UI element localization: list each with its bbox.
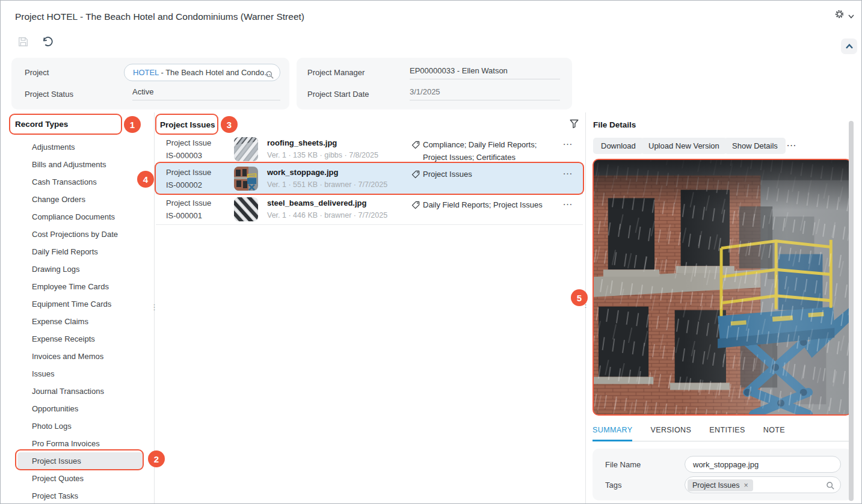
file-row-roofing-sheets[interactable]: Project Issue IS-000003 roofing_sheets.j… [156,135,583,163]
tags-label: Tags [605,481,621,490]
row-divider [156,224,583,225]
sidebar-item-photo-logs[interactable]: Photo Logs [1,417,152,435]
tag-chip: Project Issues× [688,479,753,491]
project-code-link[interactable]: HOTEL [133,68,159,77]
tag-icon [411,200,420,213]
callout-badge-3: 3 [221,116,238,133]
tab-note[interactable]: NOTE [763,426,785,441]
upload-new-version-button[interactable]: Upload New Version [641,138,727,154]
file-summary-card: File Name Tags Project Issues× [593,449,852,500]
sidebar-item-cash-transactions[interactable]: Cash Transactions [1,173,152,191]
save-icon [18,37,28,47]
sidebar-item-project-quotes[interactable]: Project Quotes [1,470,152,487]
row-file-meta: Ver. 1 · 135 KB · gibbs · 7/8/2025 [267,151,378,159]
row-tags: Daily Field Reports; Project Issues [411,198,563,211]
callout-badge-2: 2 [148,450,165,467]
row-file-name: work_stoppage.jpg [267,168,338,177]
tags-magnifier-icon[interactable] [826,481,835,492]
row-tags: Project Issues [411,168,563,180]
row-record-type: Project Issue [166,138,211,147]
project-manager-label: Project Manager [307,68,365,77]
collapse-panel-button[interactable] [841,38,857,54]
row-record-type: Project Issue [166,168,211,177]
sidebar-item-journal-transactions[interactable]: Journal Transactions [1,383,152,400]
settings-chevron-down-icon[interactable] [848,12,855,18]
file-row-work-stoppage[interactable]: Project Issue IS-000002 work_stoppage.jp… [156,163,583,194]
project-window: Project HOTEL - The Beach Hotel and Cond… [0,0,862,504]
lookup-magnifier-icon[interactable] [265,69,274,81]
vertical-scrollbar[interactable] [849,121,854,501]
sidebar-item-daily-field-reports[interactable]: Daily Field Reports [1,243,152,260]
sidebar-item-invoices-and-memos[interactable]: Invoices and Memos [1,348,152,365]
file-details-tabs: SUMMARY VERSIONS ENTITIES NOTE [593,426,852,441]
steel-beams-thumbnail [234,197,258,221]
undo-button[interactable] [41,35,54,48]
filter-funnel-icon [570,119,579,129]
sidebar-item-expense-receipts[interactable]: Expense Receipts [1,330,152,348]
sidebar-item-expense-claims[interactable]: Expense Claims [1,313,152,330]
row-record-id: IS-000003 [166,151,202,160]
tab-versions[interactable]: VERSIONS [650,426,691,441]
file-row-steel-beams[interactable]: Project Issue IS-000001 steel_beams_deli… [156,194,583,224]
gear-icon [834,9,845,19]
tags-input[interactable]: Project Issues× [685,476,841,493]
splitter-left-grip[interactable]: ⋮ [150,305,155,318]
callout-badge-1: 1 [124,116,141,133]
chip-remove-icon[interactable]: × [744,481,748,490]
row-record-id: IS-000002 [166,180,202,189]
row-file-name: roofing_sheets.jpg [267,138,337,147]
sidebar-item-opportunities[interactable]: Opportunities [1,400,152,417]
work-stoppage-preview-photo [594,160,851,414]
project-label: Project [25,68,49,77]
issues-panel-title: Project Issues [160,120,215,129]
sidebar-item-employee-time-cards[interactable]: Employee Time Cards [1,278,152,295]
sidebar-item-change-orders[interactable]: Change Orders [1,191,152,208]
chevron-up-icon [845,43,854,49]
filter-button[interactable] [570,119,579,129]
roofing-sheets-thumbnail [234,137,258,161]
download-button[interactable]: Download [593,138,644,154]
row-file-meta: Ver. 1 · 446 KB · brawner · 7/7/2025 [267,211,387,220]
sidebar-item-adjustments[interactable]: Adjustments [1,138,152,156]
tag-icon [411,170,420,182]
sidebar-item-project-tasks[interactable]: Project Tasks [1,487,152,504]
row-more-button[interactable]: … [562,136,574,148]
project-status-value: Active [132,87,280,100]
sidebar-item-bills-and-adjustments[interactable]: Bills and Adjustments [1,156,152,173]
save-button[interactable] [18,37,28,47]
row-record-id: IS-000001 [166,211,202,220]
row-file-name: steel_beams_delivered.jpg [267,198,366,207]
file-details-more-button[interactable]: … [786,137,798,149]
row-record-type: Project Issue [166,198,211,207]
sidebar-item-drawing-logs[interactable]: Drawing Logs [1,260,152,278]
record-types-list: Adjustments Bills and Adjustments Cash T… [1,138,152,504]
row-file-meta: Ver. 1 · 551 KB · brawner · 7/7/2025 [267,180,387,189]
project-summary-card: Project HOTEL - The Beach Hotel and Cond… [11,58,289,109]
undo-icon [41,35,54,48]
sidebar-item-compliance-documents[interactable]: Compliance Documents [1,208,152,226]
file-name-label: File Name [605,460,641,469]
sidebar-item-cost-projections-by-date[interactable]: Cost Projections by Date [1,226,152,243]
show-details-button[interactable]: Show Details [724,138,786,154]
manager-summary-card: Project Manager EP00000033 - Ellen Watso… [297,58,572,109]
sidebar-item-issues[interactable]: Issues [1,365,152,383]
row-tags: Compliance; Daily Field Reports; Project… [411,138,563,164]
sidebar-item-pro-forma-invoices[interactable]: Pro Forma Invoices [1,435,152,452]
project-lookup-input[interactable]: HOTEL - The Beach Hotel and Condo... [124,64,280,81]
tab-summary[interactable]: SUMMARY [593,426,632,441]
record-types-title: Record Types [15,120,68,129]
file-preview-image[interactable] [593,159,852,416]
row-more-button[interactable]: … [562,165,574,177]
project-manager-value: EP00000033 - Ellen Watson [410,66,560,79]
file-name-input[interactable] [685,456,841,473]
settings-gear-icon[interactable] [834,9,845,19]
row-more-button[interactable]: … [562,196,574,208]
sidebar-item-equipment-time-cards[interactable]: Equipment Time Cards [1,295,152,313]
page-title: Project HOTEL - The Beach Hotel and Cond… [15,11,304,22]
start-date-label: Project Start Date [307,90,369,99]
tab-entities[interactable]: ENTITIES [709,426,745,441]
file-details-title: File Details [593,120,636,129]
sidebar-item-project-issues[interactable]: Project Issues [17,452,143,470]
tag-icon [411,140,420,153]
work-stoppage-thumbnail [234,167,258,191]
